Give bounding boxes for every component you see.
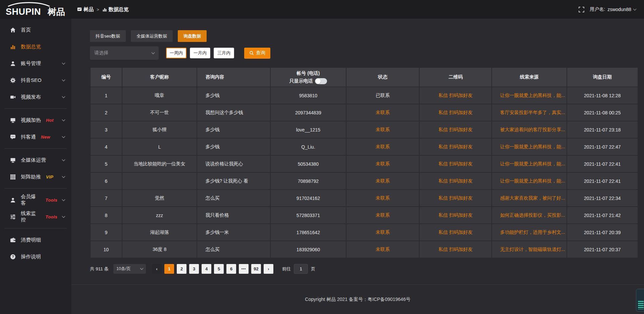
cell-account: 2097344839	[270, 104, 346, 121]
sidebar-item-omnimedia[interactable]: 全媒体运营	[0, 152, 71, 168]
goto-suffix: 页	[311, 266, 315, 272]
sidebar-item-label: 首页	[21, 27, 31, 33]
svg-text:树品: 树品	[47, 7, 65, 17]
top-bar: SHUPIN 树品 树品 > 数据总览	[0, 0, 644, 19]
video-icon	[10, 94, 16, 100]
sidebar-item-douyin-seo[interactable]: 抖音SEO	[0, 72, 71, 89]
sidebar-item-home[interactable]: 首页	[0, 21, 71, 38]
qr-add-friend-link[interactable]: 私信 扫码加好友	[419, 172, 492, 190]
sidebar-item-video-publish[interactable]: 视频发布	[0, 89, 71, 105]
lead-source-link[interactable]: 让你一眼就爱上的黑科技，能...	[492, 155, 567, 172]
lead-source-link[interactable]: 让你一眼就爱上的黑科技，能...	[492, 172, 567, 190]
sidebar-item-data-overview[interactable]: 数据总览	[0, 38, 71, 55]
chevron-down-icon	[62, 95, 65, 98]
goto-label: 前往	[282, 266, 291, 272]
cell-account: love__1215	[270, 121, 346, 138]
lead-source-link[interactable]: 客厅安装投影半年多了，真实...	[492, 104, 567, 121]
range-month-button[interactable]: 一月内	[190, 48, 210, 58]
range-quarter-button[interactable]: 三月内	[214, 48, 234, 58]
page-button-5[interactable]: 5	[214, 264, 224, 274]
table-row: 8 zzz 我只看价格 572803371 未联系 私信 扫码加好友 如何正确选…	[90, 207, 638, 224]
select-placeholder: 请选择	[94, 50, 108, 56]
breadcrumb-current[interactable]: 数据总览	[102, 6, 129, 13]
qr-add-friend-link[interactable]: 私信 扫码加好友	[419, 207, 492, 224]
next-page-button[interactable]: ›	[264, 264, 273, 274]
qr-add-friend-link[interactable]: 私信 扫码加好友	[419, 190, 492, 207]
goto-page-input[interactable]: 1	[294, 264, 308, 274]
account-select[interactable]: 请选择	[90, 46, 159, 60]
svg-text:SHUPIN: SHUPIN	[6, 7, 41, 17]
breadcrumb-home[interactable]: 树品	[77, 6, 94, 13]
sidebar-item-account-management[interactable]: 账号管理	[0, 55, 71, 72]
page-button-92[interactable]: 92	[251, 264, 261, 274]
cell-content: 我只看价格	[197, 207, 270, 224]
phone-only-toggle[interactable]	[315, 78, 327, 84]
lead-source-link[interactable]: 被大家追着问的客厅投影分享...	[492, 121, 567, 138]
sidebar-item-matrix-boost[interactable]: 矩阵助推 VIP	[0, 168, 71, 185]
qr-add-friend-link[interactable]: 私信 扫码加好友	[419, 121, 492, 138]
data-tabs: 抖音seo数据 全媒体运营数据 询盘数据	[90, 30, 638, 42]
cell-nickname	[122, 172, 197, 190]
sidebar-item-member-baoke[interactable]: 会员爆客 Tools	[0, 192, 71, 208]
header-date: 询盘日期	[567, 67, 638, 87]
chevron-down-icon	[62, 78, 65, 81]
query-button[interactable]: 查询	[244, 48, 270, 59]
chevron-down-icon	[62, 198, 65, 201]
vip-badge: VIP	[46, 174, 53, 179]
page-button-1[interactable]: 1	[164, 264, 174, 274]
qr-add-friend-link[interactable]: 私信 扫码加好友	[419, 138, 492, 155]
sidebar-item-label: 视频加热	[21, 117, 41, 123]
page-button-6[interactable]: 6	[226, 264, 236, 274]
cell-date: 2021-11-07 21:42	[567, 207, 638, 224]
status-badge: 未联系	[346, 224, 420, 241]
tab-inquiry-data[interactable]: 询盘数据	[178, 30, 207, 42]
tab-douyin-seo-data[interactable]: 抖音seo数据	[90, 30, 126, 42]
sidebar-item-consumption-detail[interactable]: 消费明细	[0, 231, 71, 248]
header-source: 线索来源	[492, 67, 567, 87]
qr-add-friend-link[interactable]: 私信 扫码加好友	[419, 241, 492, 258]
cell-no: 2	[90, 104, 122, 121]
range-week-button[interactable]: 一周内	[166, 48, 186, 58]
header-qrcode: 二维码	[419, 67, 492, 87]
prev-page-button[interactable]: ‹	[152, 264, 162, 274]
corner-widget[interactable]	[636, 289, 644, 312]
sidebar-item-label: 全媒体运营	[21, 157, 46, 163]
table-row: 3 狐小狸 多少钱 love__1215 未联系 私信 扫码加好友 被大家追着问…	[90, 121, 638, 138]
lead-source-link[interactable]: 多功能护栏灯，适用于乡村文...	[492, 224, 567, 241]
cell-account: 50534380	[270, 155, 346, 172]
table-row: 7 觉然 怎么买 917024162 未联系 私信 扫码加好友 感谢大家喜欢我家…	[90, 190, 638, 207]
qr-add-friend-link[interactable]: 私信 扫码加好友	[419, 224, 492, 241]
sidebar-item-douketong[interactable]: 抖客通 New	[0, 128, 71, 145]
new-badge: New	[41, 135, 50, 140]
cell-account: 183929060	[270, 241, 346, 258]
status-badge: 未联系	[346, 241, 420, 258]
sidebar-item-label: 矩阵助推	[21, 174, 41, 180]
qr-add-friend-link[interactable]: 私信 扫码加好友	[419, 104, 492, 121]
user-menu[interactable]: 用户名: zswodun88	[590, 6, 636, 12]
more-pages-button[interactable]: •••	[239, 264, 249, 274]
grid-icon	[10, 174, 16, 180]
qr-add-friend-link[interactable]: 私信 扫码加好友	[419, 155, 492, 172]
page-button-4[interactable]: 4	[202, 264, 211, 274]
page-button-2[interactable]: 2	[177, 264, 186, 274]
status-badge: 未联系	[346, 190, 420, 207]
chevron-down-icon	[62, 214, 65, 218]
qr-add-friend-link[interactable]: 私信 扫码加好友	[419, 87, 492, 104]
page-size-select[interactable]: 10条/页	[113, 264, 146, 274]
fullscreen-icon[interactable]	[579, 7, 584, 12]
lead-source-link[interactable]: 让你一眼就爱上的黑科技，能...	[492, 87, 567, 104]
lead-source-link[interactable]: 如何正确选择投影仪，买投影...	[492, 207, 567, 224]
tab-omnimedia-data[interactable]: 全媒体运营数据	[131, 30, 173, 42]
sidebar-item-lead-monitor[interactable]: 线索监控 Tools	[0, 208, 71, 225]
lead-source-link[interactable]: 让你一眼就爱上的黑科技，能...	[492, 138, 567, 155]
hot-badge: Hot	[46, 118, 54, 123]
question-icon: ?	[10, 254, 16, 260]
sidebar-item-instructions[interactable]: ? 操作说明	[0, 248, 71, 265]
sidebar-item-video-heating[interactable]: 视频加热 Hot	[0, 112, 71, 128]
cell-no: 6	[90, 172, 122, 190]
lead-source-link[interactable]: 感谢大家喜欢我家，被问了好...	[492, 190, 567, 207]
lead-source-link[interactable]: 无主灯设计，智能磁吸轨道灯...	[492, 241, 567, 258]
app-window: SHUPIN 树品 树品 > 数据总览	[0, 0, 644, 314]
topbar-right: 用户名: zswodun88	[579, 6, 644, 12]
page-button-3[interactable]: 3	[189, 264, 199, 274]
